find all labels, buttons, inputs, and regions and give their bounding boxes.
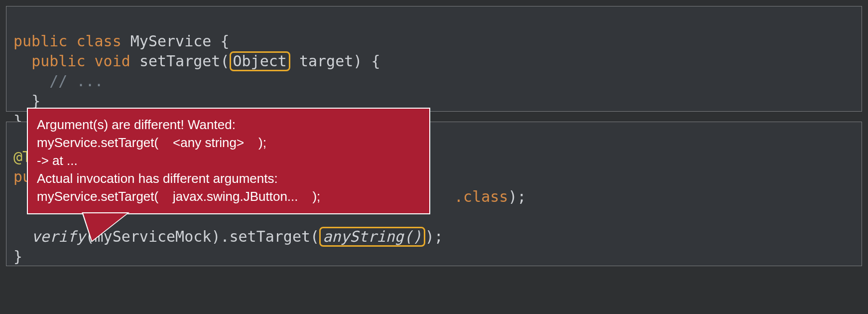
dot: . bbox=[454, 188, 463, 205]
keyword-public: public bbox=[13, 32, 67, 50]
comment: // ... bbox=[49, 72, 103, 90]
screenshot-root: public class MyService { public void set… bbox=[0, 0, 868, 314]
brace: } bbox=[31, 92, 40, 110]
class-name: MyService bbox=[130, 32, 212, 50]
keyword-class: class bbox=[76, 32, 121, 50]
brace: } bbox=[13, 248, 22, 265]
paren-close: ) bbox=[211, 228, 220, 245]
keyword-class: class bbox=[463, 188, 508, 205]
error-callout: Argument(s) are different! Wanted: mySer… bbox=[27, 108, 430, 214]
error-line-1: Argument(s) are different! Wanted: bbox=[37, 116, 420, 134]
paren-semi: ); bbox=[508, 188, 526, 205]
error-line-2: myService.setTarget( <any string> ); bbox=[37, 134, 420, 152]
paren-close-brace: ) { bbox=[353, 52, 380, 70]
param-name: target bbox=[299, 52, 353, 70]
error-line-5: myService.setTarget( javax.swing.JButton… bbox=[37, 187, 420, 205]
paren-open: ( bbox=[310, 228, 319, 245]
dot: . bbox=[220, 228, 229, 245]
brace: { bbox=[220, 32, 229, 50]
keyword-void: void bbox=[95, 52, 130, 70]
keyword-public: public bbox=[31, 52, 85, 70]
code-block-class: public class MyService { public void set… bbox=[6, 6, 862, 112]
paren-semi: ); bbox=[425, 228, 443, 245]
paren-open: ( bbox=[220, 52, 229, 70]
error-line-4: Actual invocation has different argument… bbox=[37, 169, 420, 187]
highlight-param-type: Object bbox=[230, 51, 290, 71]
method-call: setTarget bbox=[230, 228, 311, 245]
highlight-anystring: anyString() bbox=[319, 227, 425, 247]
error-line-3: -> at ... bbox=[37, 152, 420, 169]
param-type: Object bbox=[233, 52, 287, 70]
method-name: setTarget bbox=[139, 52, 221, 70]
matcher-anystring: anyString() bbox=[323, 228, 422, 245]
